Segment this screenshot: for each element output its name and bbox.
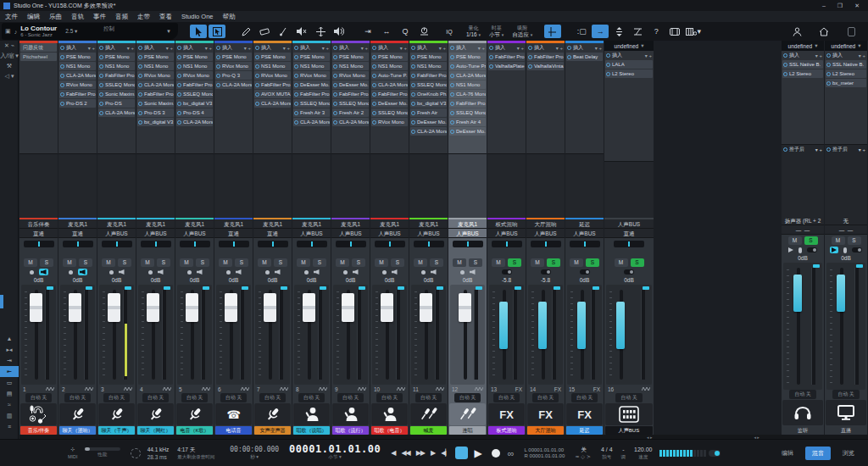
insert-slot[interactable]: DeEsser Mo. bbox=[332, 80, 369, 89]
zoom-preset-button[interactable] bbox=[629, 25, 646, 38]
solo-button[interactable]: S bbox=[79, 258, 92, 267]
insert-slot[interactable]: L2 Stereo bbox=[826, 69, 866, 78]
timebase-select[interactable]: 时基 小节 ▾ bbox=[489, 25, 504, 38]
pan-value[interactable] bbox=[292, 249, 331, 257]
monitor-icon[interactable] bbox=[470, 269, 476, 275]
channel-strip-3[interactable]: 插入▾ +PSE MonoNS1 MonoFabFilter Pro.SSLEQ… bbox=[97, 41, 136, 435]
automation-mode[interactable]: 自动 关 bbox=[493, 393, 520, 402]
channel-name-label[interactable]: 唱歌（说唱） bbox=[293, 426, 330, 435]
menu-item[interactable]: 音频 bbox=[115, 13, 128, 21]
insert-slot[interactable]: SSLEQ Mono bbox=[98, 80, 135, 89]
pan-value[interactable] bbox=[175, 249, 214, 257]
gain-value[interactable]: 0dB bbox=[565, 276, 604, 285]
post-fader-sends[interactable]: 推子后▾ + bbox=[782, 145, 824, 154]
gain-value[interactable]: 0dB bbox=[448, 276, 487, 285]
insert-slot[interactable]: PSE Mono bbox=[410, 53, 447, 61]
fader-handle[interactable] bbox=[837, 275, 845, 312]
channel-output[interactable]: 人声BUS bbox=[565, 229, 604, 238]
automation-mode[interactable]: 自动 关 bbox=[25, 393, 53, 402]
insert-slot[interactable]: bx_digital V3 bbox=[410, 99, 447, 108]
insert-slot[interactable]: AVOX MUTA. bbox=[254, 90, 291, 98]
insert-slot[interactable]: PSE Mono bbox=[137, 53, 174, 61]
fader-section[interactable] bbox=[826, 263, 865, 390]
gain-value[interactable]: 0dB bbox=[214, 276, 253, 285]
power-icon[interactable] bbox=[138, 83, 142, 87]
insert-slot[interactable]: Pitchwheel bbox=[20, 53, 57, 61]
power-icon[interactable] bbox=[528, 55, 532, 59]
channel-output[interactable]: 人声BUS bbox=[331, 229, 370, 238]
insert-slot[interactable]: PSE Mono bbox=[98, 53, 135, 61]
fader-section[interactable] bbox=[99, 285, 134, 385]
insert-slot[interactable]: NS1 Mono bbox=[98, 62, 135, 70]
fader-handle[interactable] bbox=[616, 302, 625, 349]
mute-button[interactable]: M bbox=[414, 258, 427, 267]
insert-slot[interactable]: RVox Mono bbox=[176, 71, 213, 80]
channel-strip-9[interactable]: 插入▾ +PSE MonoNS1 MonoRVox MonoDeEsser Mo… bbox=[331, 41, 370, 435]
pan-control[interactable] bbox=[253, 238, 292, 249]
power-icon[interactable] bbox=[138, 55, 142, 59]
fader-handle[interactable] bbox=[186, 293, 198, 322]
insert-slot[interactable]: DeEsser Mo. bbox=[293, 80, 330, 89]
channel-output[interactable]: 直通 bbox=[604, 229, 654, 238]
gain-value[interactable]: -5.8 bbox=[526, 276, 565, 285]
power-icon[interactable] bbox=[177, 74, 181, 78]
channel-output[interactable]: 人声BUS bbox=[292, 229, 331, 238]
power-icon[interactable] bbox=[294, 120, 298, 125]
channel-strip-8[interactable]: 插入▾ +PSE MonoNS1 MonoRVox MonoDeEsser Mo… bbox=[292, 41, 331, 435]
gain-value[interactable]: 0dB bbox=[97, 276, 136, 285]
fader-section[interactable] bbox=[333, 285, 368, 385]
power-icon[interactable] bbox=[294, 83, 298, 87]
channel-name-label[interactable]: 连唱 bbox=[449, 426, 486, 435]
solo-button[interactable]: S bbox=[40, 258, 53, 267]
power-icon[interactable] bbox=[528, 64, 532, 69]
fader-section[interactable] bbox=[489, 285, 524, 385]
channel-icon-tile[interactable] bbox=[449, 403, 486, 425]
fader-section[interactable] bbox=[21, 285, 56, 385]
eraser-tool-button[interactable] bbox=[256, 25, 273, 38]
loop-button[interactable]: ∞ bbox=[508, 448, 515, 458]
listen-tool-button[interactable] bbox=[331, 25, 348, 38]
plugin-dropdown-icon[interactable]: ▼ bbox=[166, 29, 171, 34]
power-icon[interactable] bbox=[60, 83, 64, 87]
insert-slot[interactable]: CLA-2A Mono bbox=[137, 80, 174, 89]
solo-button[interactable]: S bbox=[352, 258, 365, 267]
bend-tool-button[interactable] bbox=[312, 25, 329, 38]
mute-button[interactable]: M bbox=[788, 236, 802, 245]
power-icon[interactable] bbox=[826, 53, 831, 58]
fader-handle[interactable] bbox=[499, 302, 508, 349]
channel-input-name[interactable]: 麦克风1 bbox=[97, 219, 136, 229]
pan-value[interactable] bbox=[370, 249, 409, 257]
inserts-header[interactable]: 插入▾ + bbox=[98, 43, 135, 53]
insert-slot[interactable]: RVox Mono bbox=[137, 71, 174, 80]
pan-control[interactable] bbox=[19, 238, 58, 249]
pan-value[interactable] bbox=[58, 249, 97, 257]
insert-slot[interactable]: bx_digital V3 bbox=[176, 99, 213, 108]
insert-slot[interactable]: NS1 Mono bbox=[449, 80, 486, 89]
automation-mode[interactable]: 自动 关 bbox=[181, 393, 209, 402]
fader-handle[interactable] bbox=[30, 293, 42, 322]
pan-control[interactable] bbox=[604, 238, 654, 249]
record-arm-icon[interactable] bbox=[304, 270, 309, 275]
console-close-icon[interactable]: ✕ ⌁ bbox=[0, 41, 19, 51]
inserts-header[interactable]: 插入▾ + bbox=[137, 43, 174, 53]
sends-section[interactable] bbox=[253, 153, 292, 218]
pan-control[interactable] bbox=[292, 238, 331, 249]
time-display-seconds[interactable]: 00:00:00.000 秒 ▾ bbox=[230, 446, 279, 461]
grid-view-button[interactable]: :▢ bbox=[573, 25, 590, 38]
insert-slot[interactable]: FabFilter Pro. bbox=[410, 71, 447, 80]
power-icon[interactable] bbox=[372, 92, 376, 97]
power-icon[interactable] bbox=[294, 64, 298, 69]
power-icon[interactable] bbox=[138, 102, 142, 106]
channel-icon-tile[interactable] bbox=[137, 403, 174, 425]
insert-slot[interactable]: Pro-DS 4 bbox=[176, 108, 213, 117]
pan-value[interactable] bbox=[448, 249, 487, 257]
channel-strip-1[interactable]: 问题反馈Pitchwheel音乐伴奏直通MS0dB1自动 关音乐/伴奏 bbox=[19, 41, 58, 435]
power-icon[interactable] bbox=[372, 74, 376, 78]
channel-strip-13[interactable]: 插入▾ +FabFilter Pro.ValhallaPlate板式混响人声BU… bbox=[487, 41, 526, 435]
monitor-icon[interactable] bbox=[236, 269, 242, 275]
pan-value[interactable] bbox=[409, 249, 448, 257]
pan-value[interactable] bbox=[253, 249, 292, 257]
channel-name-label[interactable]: 板式混响 bbox=[488, 426, 525, 435]
power-icon[interactable] bbox=[216, 55, 220, 59]
inserts-header[interactable]: 插入▾ + bbox=[527, 43, 564, 53]
